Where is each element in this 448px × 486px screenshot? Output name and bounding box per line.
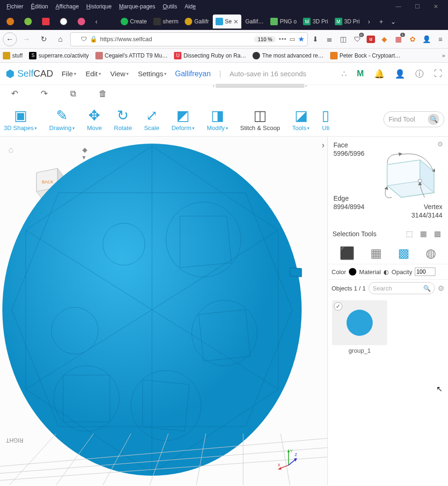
project-name[interactable]: Gallifreyan — [175, 70, 210, 78]
pinned-tab-0[interactable] — [2, 15, 19, 29]
tool-3d-shapes[interactable]: ▣3D Shapes▾ — [4, 107, 37, 131]
gear-icon[interactable]: ⚙ — [437, 140, 443, 148]
delete-button[interactable]: 🗑 — [99, 89, 107, 99]
m-icon[interactable]: M — [357, 69, 364, 79]
window-minimize-button[interactable]: — — [389, 0, 408, 13]
reader-icon[interactable]: ▭ — [289, 36, 295, 43]
undo-button[interactable]: ↶ — [11, 88, 18, 99]
info-icon[interactable]: ⓘ — [415, 68, 424, 80]
tab-item-gallifreyan[interactable]: Gallifreyan — [242, 15, 267, 29]
tool-rotate[interactable]: ↻Rotate — [114, 107, 132, 131]
find-tool-input[interactable]: Find Tool 🔍 — [383, 111, 444, 127]
sidebar-icon[interactable]: ◫ — [339, 35, 348, 44]
library-icon[interactable]: ≣ — [325, 35, 334, 44]
tab-item[interactable] — [103, 15, 117, 29]
color-swatch[interactable] — [349, 268, 356, 276]
tab-item-3dpri-2[interactable]: M3D Pri — [332, 15, 362, 29]
tab-scroll-left[interactable]: ‹ — [91, 18, 102, 25]
os-menu-marquepages[interactable]: Marque-pages — [116, 2, 159, 11]
bookmark-ruby[interactable]: UDissecting Ruby on Ra… — [174, 52, 246, 59]
tab-item-sherm[interactable]: sherm — [151, 15, 181, 29]
new-tab-button[interactable]: + — [376, 18, 387, 25]
tab-close-icon[interactable]: ✕ — [233, 18, 238, 25]
material-icon[interactable]: ◐ — [383, 268, 389, 276]
ext-icon-fox[interactable]: ◆ — [380, 35, 389, 44]
shield-icon[interactable]: 🛡 — [81, 36, 87, 43]
objects-gear-icon[interactable]: ⚙ — [438, 284, 444, 293]
sel-mode-wire-icon[interactable]: ▦ — [370, 246, 382, 261]
downloads-icon[interactable]: ⬇ — [311, 35, 320, 44]
url-field[interactable]: 🛡 🔒 https://www.selfcad 110 % ••• ▭ ★ — [70, 32, 308, 46]
tool-scale[interactable]: ⤢Scale — [144, 107, 159, 131]
bookmark-star-icon[interactable]: ★ — [298, 35, 304, 44]
bookmark-advanced[interactable]: The most advanced re… — [253, 52, 323, 59]
sel-mode-edge-icon[interactable]: ◍ — [426, 246, 436, 261]
objects-search-input[interactable]: Search 🔍 — [369, 282, 435, 294]
app-menu-icon[interactable]: ≡ — [436, 35, 445, 44]
window-close-button[interactable]: ✕ — [426, 0, 445, 13]
tab-scroll-right[interactable]: › — [363, 18, 375, 25]
zoom-badge[interactable]: 110 % — [254, 36, 276, 43]
opacity-input[interactable] — [415, 268, 435, 276]
axis-gizmo[interactable]: Y X Z — [277, 448, 300, 471]
tool-stitch-scoop[interactable]: ◫Stitch & Scoop — [240, 107, 280, 131]
lock-icon[interactable]: 🔒 — [90, 36, 97, 43]
ext-icon-gear[interactable]: ✿ — [408, 35, 417, 44]
tab-item-gallifr[interactable]: Gallifr — [182, 15, 211, 29]
bookmark-peterbock[interactable]: Peter Bock - Cryptoart… — [330, 52, 401, 59]
tool-drawing[interactable]: ✎Drawing▾ — [49, 107, 75, 131]
bell-icon[interactable]: 🔔 — [374, 69, 384, 79]
bookmark-cegaiel[interactable]: Cegaiel's ATITD T9 Mu… — [95, 52, 168, 59]
forward-button[interactable]: → — [20, 32, 34, 46]
account-icon[interactable]: 👤 — [422, 35, 431, 44]
user-icon[interactable]: 👤 — [395, 69, 405, 79]
pinned-tab-1[interactable] — [20, 15, 36, 29]
pinned-tab-2[interactable] — [37, 15, 54, 29]
copy-button[interactable]: ⧉ — [70, 89, 76, 99]
tab-item-create[interactable]: Create — [118, 15, 150, 29]
pinned-tab-3[interactable] — [55, 15, 72, 29]
tool-uti[interactable]: ▯Uti — [322, 107, 330, 131]
os-menu-edition[interactable]: Édition — [27, 2, 52, 11]
check-icon[interactable]: ✓ — [334, 302, 342, 311]
reload-button[interactable]: ↻ — [36, 32, 51, 46]
sel-tool-cube1-icon[interactable]: ▦ — [420, 229, 429, 239]
share-icon[interactable]: ∴ — [341, 69, 347, 79]
ext-icon-red[interactable]: u — [367, 36, 375, 43]
window-maximize-button[interactable]: ☐ — [408, 0, 426, 13]
tool-modify[interactable]: ◨Modify▾ — [207, 107, 228, 131]
menu-view[interactable]: View▾ — [110, 70, 129, 78]
redo-button[interactable]: ↷ — [41, 88, 48, 99]
bookmark-stuff[interactable]: stuff — [3, 52, 22, 59]
collapse-panel-icon[interactable]: › — [322, 140, 325, 150]
tool-deform[interactable]: ◩Deform▾ — [172, 107, 195, 131]
chevron-left-icon[interactable]: ‹ — [213, 83, 215, 88]
menu-settings[interactable]: Settings▾ — [138, 70, 166, 78]
model-disc[interactable] — [2, 137, 316, 478]
chevron-right-icon[interactable]: › — [305, 83, 307, 88]
ublock-icon[interactable]: 🛡0 — [353, 35, 362, 44]
menu-edit[interactable]: Edit▾ — [86, 70, 101, 78]
pinned-tab-4[interactable] — [73, 15, 90, 29]
menu-file[interactable]: File▾ — [62, 70, 76, 78]
back-button[interactable]: ← — [3, 32, 17, 46]
object-item[interactable]: ✓ group_1 — [332, 300, 388, 354]
header-scroll-hint[interactable]: ‹ › — [213, 83, 307, 88]
app-logo[interactable]: ⬢ SelfCAD — [6, 68, 53, 80]
fullscreen-icon[interactable]: ⛶ — [434, 69, 442, 79]
bookmarks-overflow-icon[interactable]: » — [442, 52, 445, 59]
sel-mode-face-icon[interactable]: ▩ — [398, 246, 410, 261]
object-thumb[interactable]: ✓ — [332, 300, 387, 345]
tool-move[interactable]: ✥Move — [87, 107, 102, 131]
page-actions-icon[interactable]: ••• — [279, 36, 287, 43]
os-menu-outils[interactable]: Outils — [159, 2, 181, 11]
os-menu-fichier[interactable]: Fichier — [3, 2, 27, 11]
tab-item-selfcad[interactable]: Se✕ — [213, 15, 242, 29]
os-menu-affichage[interactable]: Affichage — [52, 2, 83, 11]
sel-tool-cursor-icon[interactable]: ⬚ — [406, 229, 415, 239]
os-menu-aide[interactable]: Aide — [181, 2, 200, 11]
sel-mode-solid-icon[interactable]: ⬛ — [340, 246, 354, 261]
home-button[interactable]: ⌂ — [53, 32, 67, 46]
tab-overflow-button[interactable]: ⌄ — [388, 18, 399, 25]
sel-tool-cube2-icon[interactable]: ▩ — [434, 229, 443, 239]
